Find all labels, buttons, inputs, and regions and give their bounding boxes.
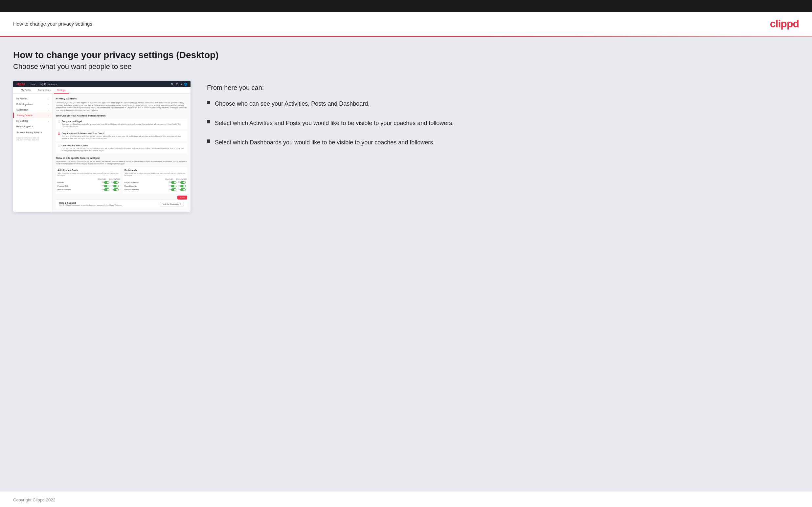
rounds-followers-pill [113,181,118,184]
visit-community-button[interactable]: Visit Our Community ↗ [160,202,184,207]
radio-everyone-desc: Everyone on Clippd can search for you an… [62,123,185,128]
sidebar-label-my-golf-bag: My Golf Bag [16,120,28,122]
activities-posts-card: Activities and Posts Select the types of… [56,167,120,193]
footer-text: Copyright Clippd 2022 [13,498,55,502]
player-dashboard-label: Player Dashboard [124,181,169,183]
mock-nav-home[interactable]: Home [30,83,36,85]
rounds-followers-toggle[interactable]: ON [111,181,118,184]
manual-followers-on-label: ON [111,189,113,190]
sidebar-item-privacy-policy[interactable]: Service & Privacy Policy ↗ [13,130,52,135]
practice-coaches-on-label: ON [102,185,104,187]
globe-icon[interactable]: 🌐 [184,83,187,86]
mock-tabs: My Profile Connections Settings [13,87,191,94]
chevron-icon: › [48,120,49,122]
rounds-followers-on-label: ON [111,181,113,183]
content-row: clippd Home My Performance 🔍 ⊟ ● 🌐 My Pr… [13,81,799,212]
radio-everyone-indicator [58,120,60,123]
who-can-see-section: Who Can See Your Activities and Dashboar… [56,115,187,154]
radio-followers[interactable]: Only Approved Followers and Your Coach O… [56,131,187,141]
show-hide-section: Show or hide specific features in Clippd… [56,157,187,200]
tab-my-profile[interactable]: My Profile [18,87,35,94]
manual-activities-toggles: ON ON [102,188,119,191]
dashboards-coaches-col: COACHES [164,178,174,180]
sidebar-item-help-support[interactable]: Help & Support ↗ [13,124,52,130]
rounds-row: Rounds ON ON [57,181,118,184]
round-insights-coaches-pill [171,185,176,187]
from-here-title: From here you can: [207,84,799,92]
player-coaches-on-label: ON [169,181,171,183]
what-to-work-on-row: What To Work On ON ON [124,188,186,191]
what-coaches-pill [171,188,176,191]
page-subtitle: Choose what you want people to see [13,62,799,71]
bullet-list: Choose who can see your Activities, Post… [207,100,799,147]
player-followers-pill [180,181,186,184]
user-icon[interactable]: ● [180,83,182,86]
what-coaches-toggle[interactable]: ON [169,188,177,191]
privacy-controls-desc: Control how you and your data appears to… [56,102,187,112]
manual-activities-label: Manual Activities [57,189,102,191]
chevron-icon: › [48,103,49,105]
radio-everyone-label: Everyone on Clippd [62,120,185,122]
save-row: Save [56,195,187,200]
chevron-icon: › [48,109,49,111]
practice-followers-on-label: ON [111,185,113,187]
manual-followers-pill [113,188,118,191]
bullet-item-1: Choose who can see your Activities, Post… [207,100,799,108]
tab-connections[interactable]: Connections [35,87,54,94]
practice-coaches-toggle[interactable]: ON [102,185,110,187]
footer: Copyright Clippd 2022 [0,491,812,507]
manual-coaches-toggle[interactable]: ON [102,188,110,191]
followers-col-label: FOLLOWERS [109,178,118,180]
round-insights-followers-on-label: ON [178,185,180,187]
radio-coach-only[interactable]: Only You and Your Coach Only you and the… [56,143,187,153]
radio-followers-label: Only Approved Followers and Your Coach [62,132,185,134]
player-coaches-toggle[interactable]: ON [169,181,177,184]
tab-settings[interactable]: Settings [54,87,69,94]
what-followers-toggle[interactable]: ON [178,188,186,191]
rounds-coaches-toggle[interactable]: ON [102,181,110,184]
help-title: Help & Support [59,202,122,204]
sidebar-item-my-golf-bag[interactable]: My Golf Bag › [13,118,52,124]
what-coaches-on-label: ON [169,189,171,190]
rounds-toggles: ON ON [102,181,119,184]
search-icon[interactable]: 🔍 [171,83,174,86]
bullet-square-3 [207,139,210,143]
page-title: How to change your privacy settings (Des… [13,50,799,60]
show-hide-title: Show or hide specific features in Clippd [56,157,187,159]
practice-followers-pill [113,185,118,187]
bullet-item-3: Select which Dashboards you would like t… [207,138,799,147]
dashboards-card: Dashboards Select the types of activity … [123,167,187,193]
player-followers-toggle[interactable]: ON [178,181,186,184]
manual-followers-toggle[interactable]: ON [111,188,118,191]
sidebar-label-my-account: My Account [16,98,28,100]
rounds-label: Rounds [57,181,102,183]
chevron-icon: › [48,98,49,100]
cloud-icon: ⊟ [176,83,179,86]
dashboards-desc: Select the types of activity that you'd … [124,172,186,177]
help-text-content: Help & Support Visit the Clippd communit… [59,202,122,206]
round-insights-coaches-on-label: ON [169,185,171,187]
header-title: How to change your privacy settings [13,21,92,26]
practice-coaches-pill [104,185,109,187]
save-button[interactable]: Save [177,195,187,200]
bullet-item-2: Select which Activities and Posts you wo… [207,119,799,128]
round-insights-coaches-toggle[interactable]: ON [169,185,177,187]
manual-activities-row: Manual Activities ON ON [57,188,118,191]
round-insights-followers-toggle[interactable]: ON [178,185,186,187]
sidebar-item-privacy-controls[interactable]: Privacy Controls › [13,113,52,118]
sidebar-item-subscription[interactable]: Subscription › [13,107,52,113]
manual-coaches-on-label: ON [102,189,104,190]
sidebar-label-privacy-policy: Service & Privacy Policy ↗ [16,131,42,134]
sidebar-item-my-account[interactable]: My Account › [13,96,52,101]
activities-posts-title: Activities and Posts [57,169,118,171]
mock-nav-performance[interactable]: My Performance [40,83,57,85]
sidebar-label-privacy-controls: Privacy Controls [17,114,33,116]
bullet-text-3: Select which Dashboards you would like t… [215,138,435,147]
radio-everyone[interactable]: Everyone on Clippd Everyone on Clippd ca… [56,119,187,129]
screenshot-container: clippd Home My Performance 🔍 ⊟ ● 🌐 My Pr… [13,81,191,212]
practice-followers-toggle[interactable]: ON [111,185,118,187]
what-to-work-on-label: What To Work On [124,189,169,191]
sidebar-item-data-integrations[interactable]: Data Integrations › [13,101,52,107]
help-section: Help & Support Visit the Clippd communit… [56,200,187,208]
what-to-work-on-toggles: ON ON [169,188,186,191]
